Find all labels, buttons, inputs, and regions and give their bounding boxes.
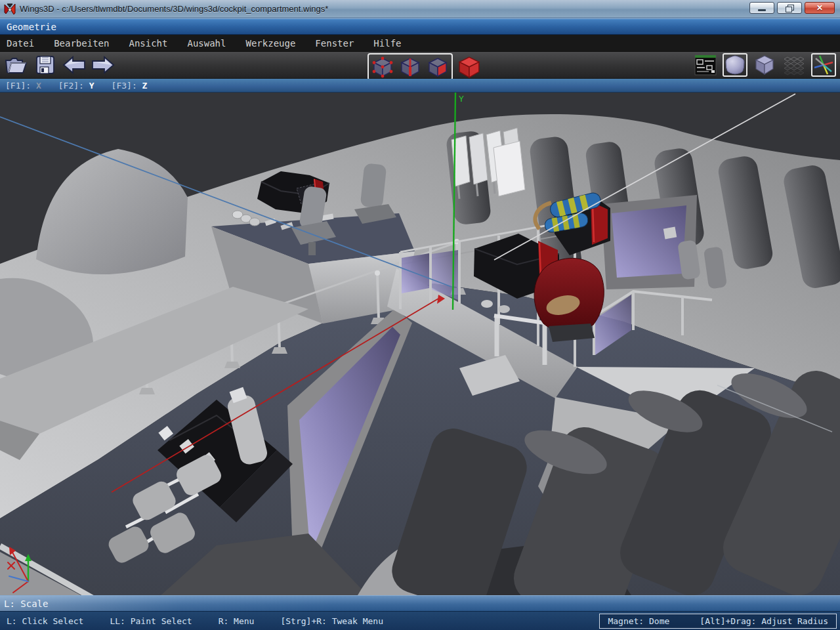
wings3d-app-icon	[4, 3, 16, 15]
body-select-icon[interactable]	[457, 55, 482, 79]
axis-f2-value: Y	[89, 81, 94, 91]
save-icon[interactable]	[33, 53, 58, 77]
selection-mode-group	[368, 53, 453, 81]
window-title: Wings3D - c:/Users/tlwmdbt/Documents/3D/…	[20, 4, 328, 14]
geometry-graph-icon[interactable]	[693, 53, 718, 77]
smooth-shaded-icon[interactable]	[723, 53, 747, 77]
menu-item-datei[interactable]: Datei	[7, 38, 34, 49]
hint-ctrl-right: [Strg]+R: Tweak Menu	[280, 616, 383, 626]
scene-cockpit-compartment: Y	[0, 93, 840, 595]
axis-f3-value: Z	[142, 81, 148, 91]
flat-shaded-icon[interactable]	[752, 53, 777, 77]
minimize-icon	[758, 9, 766, 11]
minimize-button[interactable]	[749, 2, 774, 14]
hint-right-click: R: Menu	[219, 616, 255, 626]
redo-icon[interactable]	[91, 53, 116, 77]
toolbar	[0, 52, 840, 79]
axis-f2-key: [F2]:	[58, 81, 84, 91]
open-folder-icon[interactable]	[4, 53, 29, 77]
viewport-3d[interactable]: Y	[0, 93, 840, 595]
magnet-indicator: Magnet: Dome [Alt]+Drag: Adjust Radius	[599, 614, 837, 629]
menu-bar: Datei Bearbeiten Ansicht Auswahl Werkzeu…	[0, 35, 840, 52]
hint-left-click: L: Click Select	[7, 616, 83, 626]
title-bar: Wings3D - c:/Users/tlwmdbt/Documents/3D/…	[0, 0, 840, 18]
y-axis-label: Y	[459, 94, 464, 104]
restore-button[interactable]	[777, 2, 802, 14]
face-select-icon[interactable]	[427, 55, 449, 79]
axis-constraint-bar: [F1]: X [F2]: Y [F3]: Z	[0, 79, 840, 93]
status-message: L: Scale	[4, 598, 48, 609]
magnet-hint: [Alt]+Drag: Adjust Radius	[700, 616, 828, 626]
geometry-window-title: Geometrie	[7, 22, 56, 32]
vertex-select-icon[interactable]	[371, 55, 394, 79]
magnet-label: Magnet: Dome	[608, 616, 669, 626]
menu-item-hilfe[interactable]: Hilfe	[373, 38, 401, 49]
menu-item-fenster[interactable]: Fenster	[315, 38, 354, 49]
undo-icon[interactable]	[62, 53, 87, 77]
restore-icon	[786, 5, 793, 11]
geometry-window-header[interactable]: Geometrie	[0, 18, 840, 35]
axis-f1-value: X	[36, 81, 41, 91]
axis-f3-key: [F3]:	[112, 81, 137, 91]
help-bar: L: Click Select LL: Paint Select R: Menu…	[0, 611, 840, 630]
close-button[interactable]: ✕	[805, 2, 835, 14]
close-icon: ✕	[816, 4, 823, 12]
menu-item-werkzeuge[interactable]: Werkzeuge	[245, 38, 295, 49]
show-axes-icon[interactable]	[811, 53, 836, 77]
edge-select-icon[interactable]	[399, 55, 421, 79]
menu-item-auswahl[interactable]: Auswahl	[187, 38, 226, 49]
ground-plane-icon[interactable]	[782, 53, 807, 77]
axis-f1-key: [F1]:	[5, 81, 31, 91]
menu-item-ansicht[interactable]: Ansicht	[129, 38, 167, 49]
hint-double-click: LL: Paint Select	[110, 616, 192, 626]
status-line: L: Scale	[0, 595, 840, 611]
wings3d-window: Wings3D - c:/Users/tlwmdbt/Documents/3D/…	[0, 0, 840, 630]
menu-item-bearbeiten[interactable]: Bearbeiten	[54, 38, 109, 49]
